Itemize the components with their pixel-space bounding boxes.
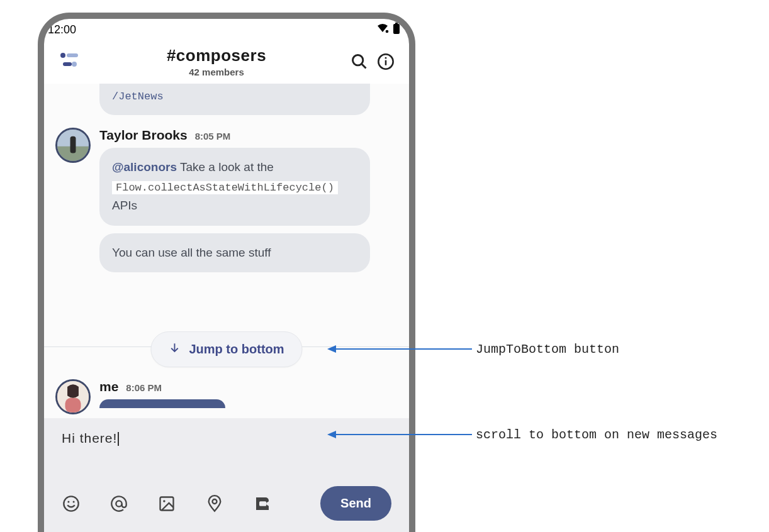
svg-point-21 xyxy=(73,501,75,502)
message-time: 8:06 PM xyxy=(126,382,162,393)
inline-code: Flow.collectAsStateWithLifecycle() xyxy=(112,181,338,194)
info-icon[interactable] xyxy=(375,51,396,72)
member-count: 42 members xyxy=(89,67,344,77)
svg-point-7 xyxy=(353,55,363,65)
message-text: Take a look at the xyxy=(177,160,274,174)
svg-point-11 xyxy=(385,57,387,59)
message-text: You can use all the same stuff xyxy=(112,246,271,259)
location-icon[interactable] xyxy=(205,494,224,513)
channel-name[interactable]: #composers xyxy=(89,46,344,65)
message-row: Taylor Brooks 8:05 PM @aliconors Take a … xyxy=(44,123,409,280)
mention-icon[interactable] xyxy=(109,494,128,513)
svg-point-20 xyxy=(67,501,69,502)
annotation: JumpToBottom button xyxy=(327,340,619,358)
message-bubble[interactable] xyxy=(99,399,225,408)
arrow-down-icon xyxy=(169,342,180,357)
annotation: scroll to bottom on new messages xyxy=(327,425,717,444)
message-text: APIs xyxy=(112,199,137,212)
svg-marker-30 xyxy=(327,431,336,438)
svg-rect-6 xyxy=(63,62,72,66)
send-button[interactable]: Send xyxy=(320,486,391,521)
svg-point-5 xyxy=(72,62,77,67)
svg-rect-23 xyxy=(160,497,174,510)
message-author[interactable]: Taylor Brooks xyxy=(99,128,188,143)
link-text: /JetNews xyxy=(112,91,164,103)
jump-to-bottom-button[interactable]: Jump to bottom xyxy=(150,331,302,367)
message-row: me 8:06 PM xyxy=(44,374,409,414)
svg-point-19 xyxy=(64,496,78,511)
status-time: 12:00 xyxy=(48,23,76,36)
wifi-icon xyxy=(376,23,389,36)
mention[interactable]: @aliconors xyxy=(112,160,177,174)
svg-rect-18 xyxy=(65,398,81,413)
svg-point-0 xyxy=(386,30,389,33)
input-value: Hi there! xyxy=(62,431,117,445)
app-logo[interactable] xyxy=(57,48,84,75)
svg-point-24 xyxy=(163,500,166,502)
search-icon[interactable] xyxy=(349,51,370,72)
svg-rect-14 xyxy=(70,136,76,153)
message-bubble[interactable]: You can use all the same stuff xyxy=(99,233,370,272)
svg-rect-26 xyxy=(259,501,266,506)
send-label: Send xyxy=(340,496,371,510)
message-time: 8:05 PM xyxy=(195,131,231,141)
battery-icon xyxy=(393,23,400,37)
avatar[interactable] xyxy=(55,379,91,414)
jump-to-bottom-label: Jump to bottom xyxy=(189,342,284,357)
message-bubble[interactable]: /JetNews xyxy=(99,84,370,115)
text-caret xyxy=(118,432,119,446)
video-icon[interactable] xyxy=(253,494,272,513)
svg-point-25 xyxy=(213,499,217,504)
device-frame: 12:00 #composers 42 members xyxy=(38,13,415,532)
svg-rect-2 xyxy=(393,24,400,34)
svg-marker-28 xyxy=(327,345,336,353)
svg-point-3 xyxy=(60,53,65,58)
annotation-text: scroll to bottom on new messages xyxy=(476,428,717,442)
messages-pane[interactable]: /JetNews Taylor Brooks 8:05 PM @aliconor… xyxy=(44,84,409,418)
image-icon[interactable] xyxy=(157,494,176,513)
annotation-text: JumpToBottom button xyxy=(476,342,619,357)
svg-point-22 xyxy=(116,501,121,506)
message-author[interactable]: me xyxy=(99,379,118,394)
app-bar: #composers 42 members xyxy=(44,38,409,84)
emoji-icon[interactable] xyxy=(62,494,81,513)
status-bar: 12:00 xyxy=(44,19,409,38)
avatar[interactable] xyxy=(55,128,91,163)
svg-line-8 xyxy=(362,64,366,69)
svg-rect-4 xyxy=(67,53,78,57)
message-bubble[interactable]: @aliconors Take a look at the Flow.colle… xyxy=(99,148,370,225)
svg-rect-1 xyxy=(395,23,398,24)
